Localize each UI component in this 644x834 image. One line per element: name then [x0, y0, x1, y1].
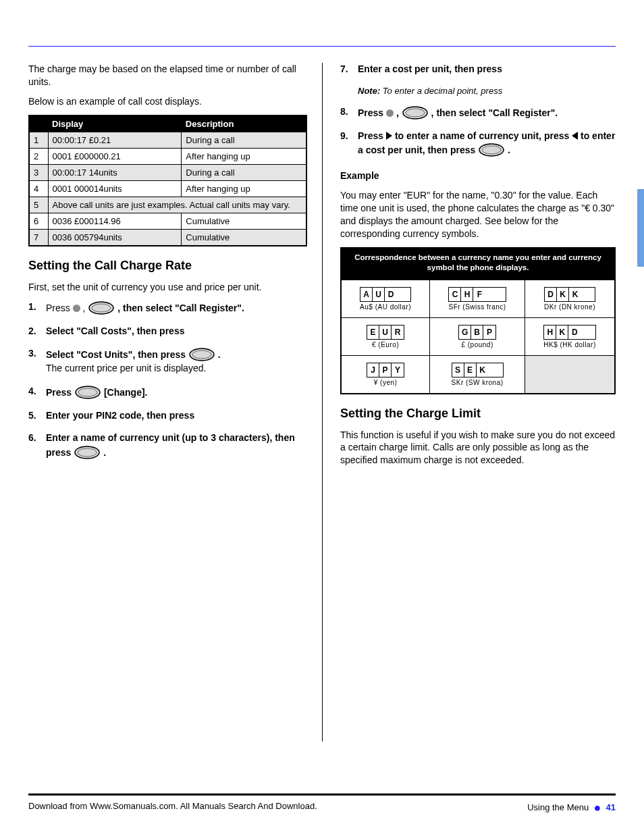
row-num: 4 [29, 180, 48, 197]
example-text: You may enter "EUR" for the name, "0.30"… [340, 189, 616, 240]
cell: 00:00:17 £0.21 [48, 132, 182, 148]
left-column: The charge may be based on the elapsed t… [28, 63, 307, 741]
cell: 0001 000014units [48, 180, 182, 197]
currency-table-header: Correspondence between a currency name y… [341, 248, 615, 280]
intro-text-1: The charge may be based on the elapsed t… [28, 63, 307, 88]
step-5: 5. Enter your PIN2 code, then press [28, 409, 307, 423]
oval-button-icon [188, 347, 215, 362]
currency-cell: JPY¥ (yen) [341, 355, 430, 394]
step-7-note: Note: To enter a decimal point, press [358, 86, 616, 96]
step-8: 8. Press , , then select "Call Register"… [340, 105, 616, 120]
currency-cell: DKKDKr (DN krone) [525, 280, 615, 317]
cell: Cumulative [182, 229, 306, 246]
step-7: 7. Enter a cost per unit, then press [340, 63, 616, 76]
row-num: 7 [29, 229, 48, 246]
oval-button-icon [74, 445, 101, 460]
row-num: 1 [29, 132, 48, 148]
oval-button-icon [478, 142, 505, 157]
step-6: 6. Enter a name of currency unit (up to … [28, 432, 307, 460]
currency-cell: GBP£ (pound) [430, 317, 525, 355]
row-num: 6 [29, 213, 48, 229]
page-edge-tab [637, 189, 644, 267]
dot-icon [73, 305, 80, 312]
footer-dot-icon: ● [593, 801, 601, 814]
currency-cell: CHFSFr (Swiss franc) [430, 280, 525, 317]
cell: During a call [182, 132, 306, 148]
footer-section-label: Using the Menu [527, 802, 589, 812]
cell: 0036 £000114.96 [48, 213, 182, 229]
cell: Cumulative [182, 213, 306, 229]
currency-cell: HKDHK$ (HK dollar) [525, 317, 615, 355]
oval-button-icon [88, 301, 115, 315]
currency-cell: EUR€ (Euro) [341, 317, 430, 355]
currency-table: Correspondence between a currency name y… [340, 247, 616, 394]
page-number: 41 [606, 802, 616, 812]
header-rule [28, 46, 616, 47]
row-num: 5 [29, 197, 48, 213]
currency-cell: AUDAu$ (AU dollar) [341, 280, 430, 317]
cell: During a call [182, 164, 306, 180]
oval-button-icon [74, 385, 101, 400]
row-num: 3 [29, 164, 48, 180]
charge-rate-desc: First, set the unit of currency you use … [28, 281, 307, 294]
footer-left-text: Download from Www.Somanuals.com. All Man… [28, 801, 317, 815]
cell: 0001 £000000.21 [48, 148, 182, 164]
oval-button-icon [402, 105, 429, 120]
step-9: 9. Press to enter a name of currency uni… [340, 130, 616, 158]
dot-icon [386, 109, 394, 117]
currency-cell: SEKSKr (SW krona) [430, 355, 525, 394]
step-2: 2. Select "Call Costs", then press [28, 325, 307, 338]
triangle-left-icon [572, 132, 578, 140]
col-header-desc: Description [182, 115, 306, 132]
step-4: 4. Press [Change]. [28, 385, 307, 400]
cell: After hanging up [182, 180, 306, 197]
example-label: Example [340, 170, 379, 181]
heading-charge-limit: Setting the Charge Limit [340, 407, 616, 421]
heading-charge-rate: Setting the Call Charge Rate [28, 259, 307, 273]
currency-cell-empty [525, 355, 615, 394]
charge-limit-desc: This function is useful if you wish to m… [340, 429, 616, 467]
triangle-right-icon [386, 132, 392, 140]
cell-span: Above call units are just examples. Actu… [48, 197, 306, 213]
col-header-display: Display [48, 115, 182, 132]
cell: 0036 005794units [48, 229, 182, 246]
page-footer: Download from Www.Somanuals.com. All Man… [28, 793, 616, 815]
step-1: 1. Press , , then select "Call Register"… [28, 301, 307, 315]
call-cost-table: Display Description 100:00:17 £0.21Durin… [28, 115, 307, 246]
intro-text-2: Below is an example of call cost display… [28, 95, 307, 108]
right-column: 7. Enter a cost per unit, then press Not… [340, 63, 616, 741]
cell: After hanging up [182, 148, 306, 164]
row-num: 2 [29, 148, 48, 164]
cell: 00:00:17 14units [48, 164, 182, 180]
step-3: 3. Select "Cost Units", then press . The… [28, 347, 307, 375]
